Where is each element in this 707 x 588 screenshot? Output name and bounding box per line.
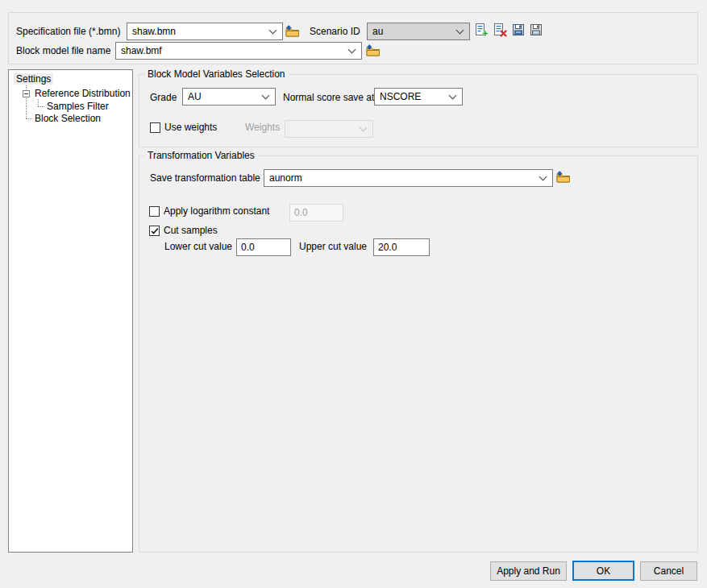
chevron-down-icon <box>456 27 464 35</box>
use-weights-label: Use weights <box>164 118 217 136</box>
delete-scenario-button[interactable] <box>493 23 507 37</box>
transformation-variables-group: Transformation Variables Save transforma… <box>139 155 698 553</box>
cancel-label: Cancel <box>654 565 684 577</box>
weights-combo <box>285 120 373 138</box>
tree-item-settings[interactable]: Settings <box>16 73 53 85</box>
block-model-file-value: shaw.bmf <box>121 45 162 56</box>
chevron-down-icon <box>348 46 356 54</box>
tree-item-label: Reference Distribution <box>35 88 131 99</box>
folder-open-icon <box>556 171 571 184</box>
tree-guide-line <box>38 99 39 106</box>
apply-and-run-label: Apply and Run <box>497 565 560 577</box>
spec-file-label: Specification file (*.bmn) <box>16 23 120 40</box>
add-scenario-icon <box>475 23 489 37</box>
normal-score-label: Normal score save at <box>283 89 374 106</box>
cut-samples-checkbox[interactable] <box>149 226 160 236</box>
browse-spec-file-button[interactable] <box>285 24 300 38</box>
block-model-file-combo[interactable]: shaw.bmf <box>115 42 362 60</box>
lower-cut-value-field[interactable] <box>236 238 291 256</box>
upper-cut-value-field[interactable] <box>373 238 430 256</box>
lower-cut-value-label: Lower cut value <box>164 238 232 255</box>
use-weights-checkbox[interactable] <box>150 122 160 133</box>
group-title: Transformation Variables <box>144 150 258 162</box>
tree-guide-line <box>38 106 44 107</box>
grade-combo[interactable]: AU <box>182 88 276 106</box>
cut-samples-label: Cut samples <box>164 222 218 239</box>
chevron-down-icon <box>269 27 277 35</box>
scenario-id-value: au <box>372 26 383 37</box>
scenario-id-combo[interactable]: au <box>367 23 470 40</box>
tree-guide-line <box>26 118 32 119</box>
save-transformation-table-combo[interactable]: aunorm <box>264 169 553 187</box>
save-scenario-button[interactable] <box>511 23 526 37</box>
weights-label: Weights <box>245 118 280 136</box>
spec-file-combo[interactable]: shaw.bmn <box>127 23 283 40</box>
tree-item-label: Settings <box>14 73 53 85</box>
group-title: Block Model Variables Selection <box>144 68 289 81</box>
ok-button[interactable]: OK <box>572 561 634 581</box>
save-icon <box>512 23 526 37</box>
chevron-down-icon <box>262 92 270 100</box>
upper-cut-value-label: Upper cut value <box>299 238 367 255</box>
save-as-icon <box>530 23 543 37</box>
apply-and-run-button[interactable]: Apply and Run <box>490 561 567 581</box>
tree-item-label: Block Selection <box>35 113 101 124</box>
apply-logarithm-label: Apply logarithm constant <box>164 202 269 220</box>
chevron-down-icon <box>449 92 457 100</box>
browse-transformation-table-button[interactable] <box>556 170 571 184</box>
tree-item-label: Samples Filter <box>47 101 109 112</box>
chevron-down-icon <box>360 124 368 132</box>
spec-file-value: shaw.bmn <box>132 26 176 37</box>
tree-item-samples-filter[interactable]: Samples Filter <box>47 101 109 113</box>
delete-scenario-icon <box>493 23 507 37</box>
grade-label: Grade <box>150 89 177 106</box>
block-model-file-label: Block model file name <box>16 42 110 60</box>
cancel-button[interactable]: Cancel <box>640 561 697 581</box>
save-scenario-as-button[interactable] <box>529 23 543 37</box>
save-transformation-table-value: aunorm <box>269 172 302 184</box>
chevron-down-icon <box>539 173 547 181</box>
checkmark-icon <box>150 226 160 236</box>
normal-score-combo[interactable]: NSCORE <box>374 88 463 106</box>
dialog-window: Specification file (*.bmn) shaw.bmn Scen… <box>0 0 707 588</box>
browse-block-model-button[interactable] <box>366 43 381 57</box>
folder-open-icon <box>366 44 381 57</box>
block-model-variables-group: Block Model Variables Selection Grade AU… <box>139 74 698 147</box>
logarithm-constant-field <box>289 204 343 222</box>
scenario-id-label: Scenario ID <box>310 23 360 40</box>
tree-collapse-icon[interactable] <box>23 90 30 97</box>
save-transformation-table-label: Save transformation table <box>150 169 260 187</box>
grade-value: AU <box>188 91 202 102</box>
settings-tree: Settings Reference Distribution Samples … <box>8 69 133 553</box>
tree-item-reference-distribution[interactable]: Reference Distribution <box>35 88 131 100</box>
add-scenario-button[interactable] <box>474 23 489 37</box>
folder-open-icon <box>285 25 300 38</box>
ok-label: OK <box>597 565 610 577</box>
apply-logarithm-checkbox[interactable] <box>149 206 160 217</box>
tree-item-block-selection[interactable]: Block Selection <box>35 113 101 125</box>
normal-score-value: NSCORE <box>380 91 421 102</box>
